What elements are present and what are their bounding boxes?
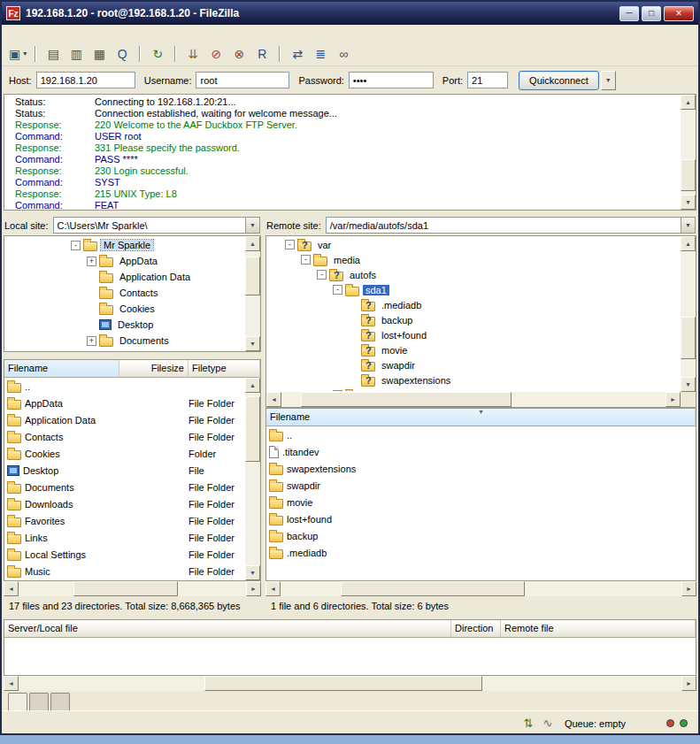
tree-item[interactable]: .mediadb: [267, 297, 681, 312]
remote-site-combobox[interactable]: /var/media/autofs/sda1 ▼: [326, 217, 696, 234]
tree-item[interactable]: + dvd: [267, 387, 681, 391]
tree-item[interactable]: movie: [267, 342, 681, 357]
movie[interactable]: movie: [266, 494, 696, 510]
column-header-filesize[interactable]: Filesize: [119, 360, 188, 378]
scrollbar-thumb[interactable]: [681, 159, 696, 191]
menu-item[interactable]: [96, 32, 108, 35]
port-input[interactable]: [467, 72, 508, 88]
remote-tree-scrollbar[interactable]: ▲ ▼: [681, 236, 696, 392]
speed-limits-icon[interactable]: ⇅: [519, 717, 538, 730]
scrollbar-track[interactable]: [245, 393, 260, 565]
.titandev[interactable]: .titandev: [266, 443, 696, 460]
scrollbar-track[interactable]: [281, 581, 681, 596]
scrollbar-track[interactable]: [681, 251, 696, 377]
column-header-filetype[interactable]: Filetype: [188, 360, 260, 378]
queue-horizontal-scrollbar[interactable]: ◄ ►: [4, 676, 696, 691]
queue-tab[interactable]: [50, 693, 70, 710]
expand-toggle[interactable]: +: [87, 336, 96, 346]
expand-toggle[interactable]: +: [87, 257, 96, 266]
scroll-up-button[interactable]: ▲: [681, 95, 696, 110]
menu-item[interactable]: [58, 32, 71, 35]
scroll-left-button[interactable]: ◄: [265, 581, 281, 596]
toggle-remote-tree-button[interactable]: ▦: [88, 44, 110, 64]
swapdir[interactable]: swapdir: [266, 477, 696, 494]
disconnect-button[interactable]: ⊗: [228, 44, 250, 64]
tree-item[interactable]: Application Data: [5, 269, 245, 285]
scroll-right-button[interactable]: ►: [665, 392, 681, 407]
scroll-up-button[interactable]: ▲: [245, 236, 260, 251]
menu-item[interactable]: [9, 32, 21, 35]
refresh-button[interactable]: ↻: [147, 44, 168, 64]
toggle-local-tree-button[interactable]: ▥: [65, 44, 87, 64]
scrollbar-track[interactable]: [19, 676, 681, 691]
scroll-right-button[interactable]: ►: [246, 581, 261, 596]
menu-item[interactable]: [46, 32, 58, 35]
toggle-message-log-button[interactable]: ▤: [42, 44, 64, 64]
site-manager-button[interactable]: ▣: [7, 44, 28, 64]
scroll-down-button[interactable]: ▼: [245, 336, 260, 351]
scrollbar-track[interactable]: [245, 251, 260, 336]
expand-toggle[interactable]: +: [333, 390, 342, 391]
column-header-server-local-file[interactable]: Server/Local file: [4, 620, 451, 638]
..[interactable]: ..: [266, 426, 696, 443]
scroll-right-button[interactable]: ►: [681, 581, 696, 596]
scrollbar-thumb[interactable]: [301, 392, 512, 407]
quickconnect-dropdown-button[interactable]: ▼: [601, 71, 616, 90]
maximize-button[interactable]: □: [642, 6, 661, 21]
tree-item[interactable]: + Documents: [5, 333, 245, 349]
queue-tab[interactable]: [8, 693, 27, 710]
file-search-button[interactable]: ∞: [333, 44, 354, 64]
expand-toggle[interactable]: -: [333, 285, 342, 295]
menu-item[interactable]: [34, 32, 46, 35]
Music[interactable]: Music File Folder: [4, 563, 245, 579]
scrollbar-thumb[interactable]: [245, 396, 260, 462]
reconnect-button[interactable]: R: [251, 44, 273, 64]
local-tree-scrollbar[interactable]: ▲ ▼: [245, 236, 260, 351]
scrollbar-track[interactable]: [681, 110, 696, 195]
scrollbar-thumb[interactable]: [681, 317, 696, 359]
lost+found[interactable]: lost+found: [266, 510, 696, 527]
quickconnect-button[interactable]: Quickconnect: [519, 71, 599, 90]
tree-item[interactable]: - autofs: [267, 267, 681, 282]
scroll-left-button[interactable]: ◄: [266, 392, 281, 407]
Desktop[interactable]: Desktop File: [4, 462, 245, 479]
tree-item[interactable]: Cookies: [5, 301, 245, 317]
tree-item[interactable]: + AppData: [5, 253, 245, 269]
scroll-down-button[interactable]: ▼: [681, 377, 696, 392]
scrollbar-track[interactable]: [19, 581, 246, 596]
Links[interactable]: Links File Folder: [4, 529, 245, 546]
tree-item[interactable]: - sda1: [267, 282, 681, 297]
password-input[interactable]: [349, 72, 434, 88]
AppData[interactable]: AppData File Folder: [4, 395, 245, 411]
scrollbar-track[interactable]: [281, 392, 665, 407]
expand-toggle[interactable]: -: [71, 241, 81, 250]
backup[interactable]: backup: [266, 527, 696, 544]
tree-item[interactable]: - Mr Sparkle: [5, 237, 245, 253]
combo-dropdown-icon[interactable]: ▼: [245, 218, 259, 233]
username-input[interactable]: [196, 72, 289, 88]
column-header-direction[interactable]: Direction: [451, 620, 501, 638]
directory-comparison-button[interactable]: ⇄: [287, 44, 308, 64]
scrollbar-thumb[interactable]: [73, 581, 178, 596]
local-list-scrollbar[interactable]: ▲ ▼: [245, 378, 260, 580]
scrollbar-thumb[interactable]: [204, 676, 483, 691]
expand-toggle[interactable]: -: [317, 270, 327, 280]
tree-item[interactable]: backup: [267, 312, 681, 327]
minimize-button[interactable]: ─: [619, 6, 639, 21]
tree-item[interactable]: - var: [267, 237, 681, 252]
scroll-right-button[interactable]: ►: [681, 676, 696, 691]
tree-item[interactable]: lost+found: [267, 327, 681, 342]
synchronized-browsing-button[interactable]: ≣: [310, 44, 331, 64]
local-site-combobox[interactable]: C:\Users\Mr Sparkle\ ▼: [53, 217, 260, 234]
expand-toggle[interactable]: -: [285, 240, 295, 249]
tree-item[interactable]: swapdir: [267, 357, 681, 372]
Favorites[interactable]: Favorites File Folder: [4, 512, 245, 529]
log-scrollbar[interactable]: ▲ ▼: [681, 95, 696, 210]
swapextensions[interactable]: swapextensions: [266, 460, 696, 477]
tree-item[interactable]: Contacts: [5, 285, 245, 301]
process-queue-button[interactable]: ⇊: [182, 44, 204, 64]
menu-item[interactable]: [21, 32, 34, 35]
Contacts[interactable]: Contacts File Folder: [4, 428, 245, 445]
combo-dropdown-icon[interactable]: ▼: [681, 218, 695, 233]
remote-tree-horizontal-scrollbar[interactable]: ◄ ►: [266, 392, 681, 407]
